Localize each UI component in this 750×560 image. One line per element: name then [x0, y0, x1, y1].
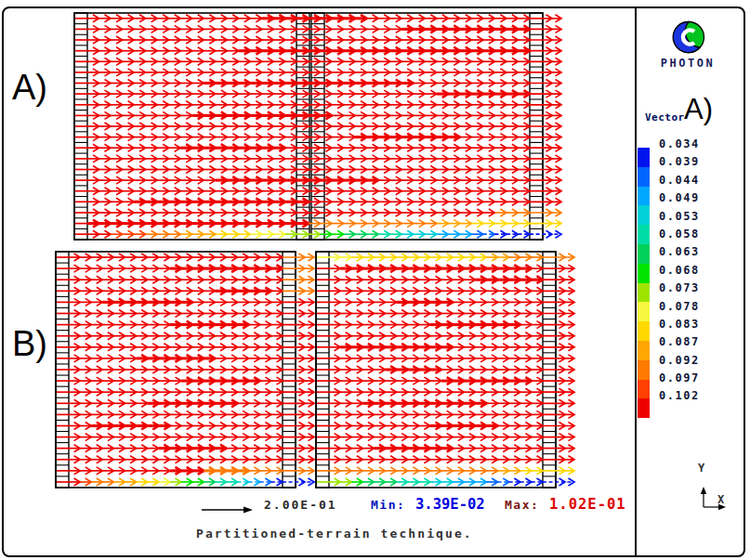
vector-row: [75, 101, 561, 109]
vector-row: [57, 467, 314, 475]
legend-value: 0.087: [659, 333, 700, 351]
legend-value: 0.092: [659, 352, 700, 370]
vector-row: [317, 478, 574, 486]
vector-row: [57, 265, 314, 272]
vector-row: [57, 456, 314, 463]
vector-row: [75, 47, 561, 55]
vector-row: [75, 80, 561, 87]
vector-row: [317, 321, 574, 329]
vector-row: [317, 310, 574, 318]
legend-swatches: [638, 148, 650, 418]
brand-name: PHOTON: [652, 57, 723, 70]
min-label: Min:: [371, 498, 405, 512]
legend-value: 0.102: [659, 387, 700, 405]
vector-row: [75, 209, 561, 216]
vector-row: [317, 445, 574, 452]
vector-row: [75, 90, 561, 98]
vector-row: [75, 198, 561, 205]
vector-row: [317, 434, 574, 441]
vector-row: [57, 344, 314, 351]
legend-swatch: [638, 360, 650, 380]
vector-row: [75, 15, 561, 22]
vector-row: [75, 58, 561, 65]
legend-value: 0.044: [659, 172, 700, 189]
legend-value: 0.034: [659, 136, 700, 153]
vector-row: [75, 155, 561, 163]
vector-row: [317, 287, 574, 294]
legend-swatch: [638, 187, 650, 206]
legend-value: 0.078: [659, 298, 700, 316]
vector-row: [317, 344, 574, 351]
legend-swatch: [638, 264, 650, 283]
vector-block-A: [74, 13, 561, 240]
vector-row: [57, 423, 314, 430]
caption: Partitioned-terrain technique.: [196, 527, 473, 540]
vector-block-B_left: [56, 252, 314, 488]
vector-row: [57, 287, 314, 294]
vector-row: [75, 230, 561, 238]
panel-a-label: A): [12, 68, 47, 108]
vector-row: [57, 332, 314, 340]
vector-row: [57, 388, 314, 396]
legend-swatch: [638, 167, 650, 187]
legend-swatch: [638, 321, 650, 341]
legend-value: 0.063: [659, 243, 700, 261]
legend-swatch: [638, 244, 650, 264]
legend-swatch: [638, 148, 650, 167]
vector-row: [75, 166, 561, 174]
photon-window: A) B) 2.00E-01 Min: 3.39E-02 Max: 1.02E-…: [0, 0, 750, 560]
legend-value: 0.053: [659, 208, 700, 226]
vector-row: [57, 321, 314, 329]
axis-orientation-icon: [688, 478, 739, 515]
vector-row: [317, 467, 574, 475]
panel-b-label: B): [12, 324, 47, 364]
vector-row: [317, 332, 574, 340]
legend-corner-label: A): [684, 93, 713, 126]
vector-row: [317, 377, 574, 384]
legend-value: 0.083: [659, 316, 700, 333]
vector-row: [57, 399, 314, 407]
scale-arrow-icon: [195, 501, 260, 518]
max-value: 1.02E-01: [549, 496, 626, 513]
vector-row: [75, 36, 561, 44]
vector-row: [57, 310, 314, 318]
vector-row: [75, 188, 561, 195]
scale-value: 2.00E-01: [264, 498, 337, 512]
vector-row: [317, 254, 574, 261]
axis-y-label: Y: [698, 462, 704, 475]
vector-row: [317, 355, 574, 362]
legend-swatch: [638, 341, 650, 360]
vector-row: [57, 410, 314, 418]
legend-swatch: [638, 398, 650, 418]
legend-swatch: [638, 283, 650, 303]
legend-swatch: [638, 205, 650, 225]
vector-row: [57, 478, 314, 486]
legend-value: 0.073: [659, 280, 700, 297]
vector-row: [317, 276, 574, 283]
vector-row: [75, 134, 561, 141]
vector-row: [317, 388, 574, 396]
vector-row: [317, 456, 574, 463]
vector-row: [57, 276, 314, 283]
legend-swatch: [638, 380, 650, 399]
vector-row: [317, 366, 574, 373]
vector-row: [317, 265, 574, 272]
legend-value: 0.039: [659, 153, 700, 171]
legend-value: 0.097: [659, 370, 700, 387]
vector-row: [317, 410, 574, 418]
vector-row: [57, 355, 314, 362]
vector-row: [75, 111, 561, 119]
legend-value: 0.058: [659, 226, 700, 243]
vector-row: [57, 445, 314, 452]
vector-row: [75, 144, 561, 151]
vector-row: [57, 366, 314, 373]
vector-row: [317, 298, 574, 306]
vector-row: [75, 123, 561, 130]
legend-value: 0.049: [659, 189, 700, 207]
vector-row: [57, 377, 314, 384]
legend-divider: [635, 8, 637, 555]
vector-row: [57, 434, 314, 441]
vector-row: [75, 176, 561, 184]
vector-row: [317, 423, 574, 430]
legend-values: 0.0340.0390.0440.0490.0530.0580.0630.068…: [659, 136, 700, 406]
